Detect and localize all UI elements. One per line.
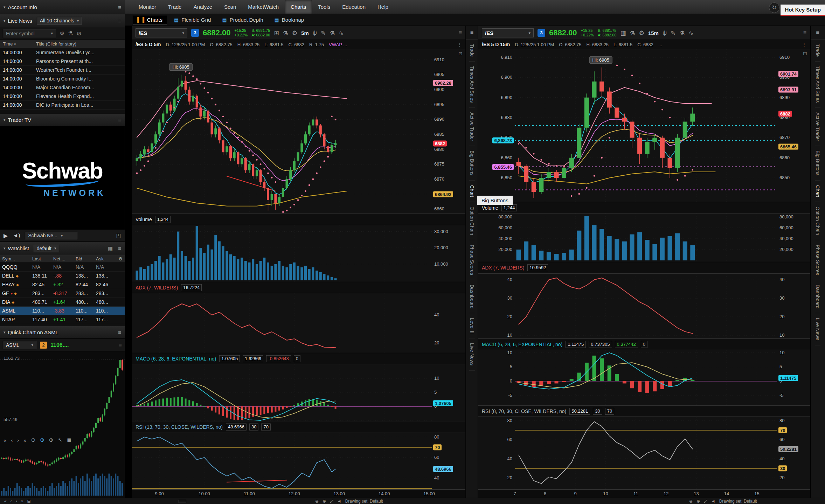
grid-icon[interactable]: ▦: [108, 245, 113, 252]
trader-tv-header[interactable]: ▾ Trader TV ≡: [0, 114, 125, 126]
dots-icon[interactable]: ⋮: [802, 42, 806, 47]
sidebar-tab-dashboard[interactable]: Dashboard: [815, 280, 820, 314]
link-group-badge[interactable]: 3: [538, 29, 545, 37]
volume-pane-header[interactable]: Volume 1,244: [478, 202, 810, 214]
watchlist-row-ntap[interactable]: NTAP117.40+1.41117...117...: [0, 315, 125, 324]
trader-tv-video[interactable]: Schwab NETWORK: [0, 126, 125, 229]
menu-icon[interactable]: ≡: [459, 30, 462, 36]
adx-pane[interactable]: 4020: [132, 293, 465, 353]
tab-flexible-grid[interactable]: ▦Flexible Grid: [170, 15, 215, 24]
layers-icon[interactable]: ≣: [67, 437, 71, 443]
sidebar-tab-phase-scores[interactable]: Phase Scores: [815, 240, 820, 280]
gear-icon[interactable]: ⚙: [115, 256, 123, 261]
rsi-pane-header[interactable]: RSI (13, 70, 30, CLOSE, WILDERS, no) 48.…: [132, 421, 465, 433]
menu-icon[interactable]: ≡: [118, 329, 121, 335]
news-row[interactable]: 14:00:00WeatherTech Founder t...: [0, 66, 125, 75]
macd-pane[interactable]: 10501.07605: [132, 364, 465, 421]
volume-pane-header[interactable]: Volume 1,244: [132, 214, 465, 225]
adx-chart[interactable]: [132, 293, 465, 353]
macd-pane-header[interactable]: MACD (6, 28, 6, EXPONENTIAL, no) 1.11475…: [478, 338, 810, 350]
sidebar-tab-chart[interactable]: Chart: [815, 181, 820, 202]
menu-icon[interactable]: ≡: [811, 26, 825, 40]
jump-start-icon[interactable]: «: [4, 437, 6, 443]
zoom-in-icon[interactable]: ⊕: [323, 499, 326, 504]
menu-item-monitor[interactable]: Monitor: [133, 0, 162, 14]
rsi-pane[interactable]: 8060407048.6966: [132, 433, 465, 489]
speaker-icon[interactable]: ◄): [13, 232, 20, 239]
eraser-icon[interactable]: ⊘: [77, 30, 81, 37]
rsi-pane[interactable]: 80806060404020207050.228130: [478, 417, 810, 489]
watchlist-row-dell[interactable]: DELL◆138.11-.88138...138...: [0, 272, 125, 280]
expand-icon[interactable]: ⊡: [803, 51, 807, 56]
candlestick-chart[interactable]: [132, 49, 465, 214]
sidebar-tab-option-chain[interactable]: Option Chain: [469, 202, 475, 240]
sidebar-tab-big-buttons[interactable]: Big Buttons: [469, 146, 475, 181]
col-last[interactable]: Last: [32, 256, 53, 261]
col-ask[interactable]: Ask: [96, 256, 115, 261]
watchlist-columns[interactable]: Sym... Last Net ... Bid Ask ⚙: [0, 255, 125, 263]
link-group-badge[interactable]: 3: [191, 29, 199, 37]
menu-item-help[interactable]: Help: [372, 0, 394, 14]
watchlist-row-ebay[interactable]: EBAY◆82.45+.3282.4482.46: [0, 280, 125, 289]
zoom-out-icon[interactable]: ⊖: [689, 499, 693, 504]
quick-chart-canvas[interactable]: 1162.73 557.49 « ‹ › » ⊖ ⊕ ⊕ ↖ ≣: [0, 351, 125, 498]
menu-item-education[interactable]: Education: [336, 0, 372, 14]
back-icon[interactable]: ◄: [337, 499, 341, 504]
grid-icon[interactable]: ⊞: [274, 29, 279, 37]
symbol-input[interactable]: Enter symbol ▾: [3, 29, 56, 38]
macd-chart[interactable]: [478, 350, 810, 405]
menu-item-charts[interactable]: Charts: [285, 0, 312, 14]
volume-chart[interactable]: [478, 214, 810, 262]
time-axis[interactable]: 9:0010:0011:0012:0013:0014:0015:00: [132, 489, 465, 498]
tab-bookmap[interactable]: ▦Bookmap: [270, 15, 308, 24]
rsi-chart[interactable]: [132, 433, 465, 489]
account-info-header[interactable]: ▾ Account Info ≡: [0, 0, 125, 14]
jump-start-icon[interactable]: «: [4, 499, 7, 504]
tab-product-depth[interactable]: ▦Product Depth: [218, 15, 267, 24]
sidebar-tab-chart[interactable]: Chart: [469, 181, 475, 202]
channel-player-select[interactable]: Schwab Ne... ▾: [25, 232, 77, 239]
rsi-pane-header[interactable]: RSI (8, 70, 30, CLOSE, WILDERS, no) 50.2…: [478, 405, 810, 417]
sidebar-tab-level-ii[interactable]: Level II: [469, 313, 475, 338]
news-channel-select[interactable]: All 10 Channels ▾: [37, 17, 82, 24]
gear-icon[interactable]: ⚙: [60, 30, 64, 37]
sidebar-tab-dashboard[interactable]: Dashboard: [469, 280, 475, 314]
watchlist-row-ge[interactable]: GE●◆283...-8.317283...283...: [0, 289, 125, 298]
step-back-icon[interactable]: ‹: [11, 437, 13, 443]
keypad-icon[interactable]: ▦: [620, 29, 626, 37]
adx-pane-header[interactable]: ADX (7, WILDERS) 16.7224: [132, 282, 465, 293]
volume-pane[interactable]: 20,00020,00040,00040,00060,00060,00080,0…: [478, 214, 810, 262]
sidebar-tab-trade[interactable]: Trade: [469, 40, 475, 62]
watchlist-preset-select[interactable]: default ▾: [34, 245, 60, 252]
step-back-icon[interactable]: ‹: [11, 499, 12, 504]
quick-chart-header[interactable]: ▾ Quick Chart on ASML ≡: [0, 326, 125, 339]
live-news-header[interactable]: ▾ Live News All 10 Channels ▾ ≡: [0, 14, 125, 27]
expand-icon[interactable]: ⊡: [458, 51, 463, 56]
zoom-out-icon[interactable]: ⊖: [315, 499, 319, 504]
gear-icon[interactable]: ⚙: [292, 29, 297, 37]
grid-icon[interactable]: ⊞: [27, 499, 30, 504]
zoom-in-icon[interactable]: ⊕: [696, 499, 700, 504]
macd-pane-header[interactable]: MACD (6, 28, 6, EXPONENTIAL, no) 1.07605…: [132, 353, 465, 364]
link-group-badge[interactable]: 2: [40, 342, 47, 349]
gear-icon[interactable]: ⚙: [639, 29, 644, 37]
menu-icon[interactable]: ≡: [118, 245, 121, 251]
flask-icon[interactable]: ⚗: [679, 29, 685, 37]
menu-item-analyze[interactable]: Analyze: [188, 0, 218, 14]
beaker-icon[interactable]: ⚗: [630, 29, 635, 37]
macd-chart[interactable]: [132, 364, 465, 421]
pan-icon[interactable]: ⤢: [330, 499, 333, 504]
rsi-chart[interactable]: [478, 417, 810, 489]
news-col-time[interactable]: Time ▾: [3, 41, 36, 47]
quick-chart-symbol-select[interactable]: ASML ▾: [3, 341, 36, 349]
zoom-out-icon[interactable]: ⊖: [31, 437, 36, 443]
hot-key-setup-button[interactable]: Hot Key Setup: [781, 5, 825, 16]
adx-pane-header[interactable]: ADX (7, WILDERS) 10.9592: [478, 262, 810, 274]
news-row[interactable]: 14:00:00DIC to Participate in Lea...: [0, 101, 125, 110]
drawing-set-label[interactable]: Drawing set: Default: [719, 499, 757, 504]
col-net[interactable]: Net ...: [53, 256, 76, 261]
price-pane[interactable]: ⊡ 69106,91069006,90068906,89068806,88068…: [478, 49, 810, 202]
sidebar-tab-times-and-sales[interactable]: Times And Sales: [469, 62, 475, 108]
price-pane[interactable]: ⊡ 69106905690068956890688568806875687068…: [132, 49, 465, 214]
volume-pane[interactable]: 10,00020,00030,000: [132, 225, 465, 282]
